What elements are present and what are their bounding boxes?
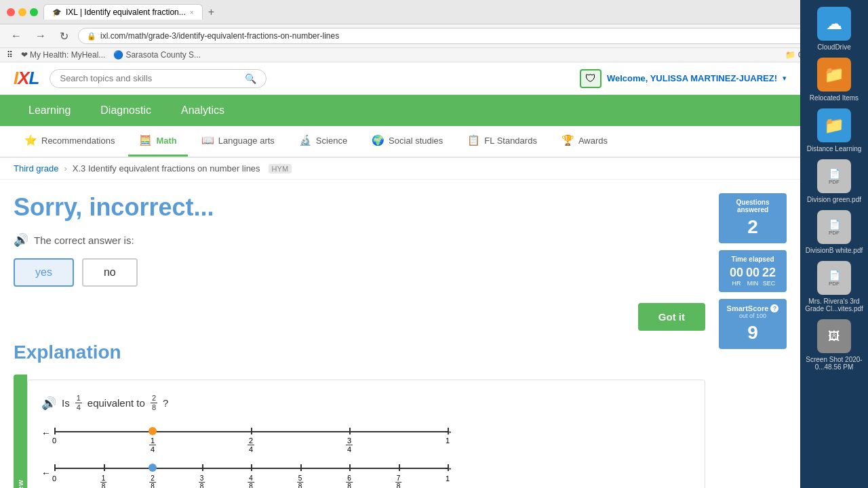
tab-social-studies[interactable]: 🌍 Social studies bbox=[361, 126, 454, 157]
awards-icon: 🏆 bbox=[561, 134, 574, 146]
tab-fl-standards[interactable]: 📋 FL Standards bbox=[456, 126, 548, 157]
explanation-box: 🔊 Is 1 4 equivalent to 2 8 ? bbox=[27, 380, 705, 488]
maximize-dot[interactable] bbox=[30, 8, 38, 16]
nl1-tick-0 bbox=[54, 428, 56, 434]
browser-bar: 🎓 IXL | Identify equivalent fraction... … bbox=[0, 0, 868, 24]
browser-tab[interactable]: 🎓 IXL | Identify equivalent fraction... … bbox=[43, 4, 203, 20]
tab-recommendations-label: Recommendations bbox=[41, 136, 115, 146]
time-seconds: 22 SEC bbox=[762, 266, 776, 287]
bookmarks-bar: ⠿ ❤ My Health: MyHeal... 🔵 Sarasota Coun… bbox=[0, 48, 868, 62]
smart-score-box: SmartScore ? out of 100 9 bbox=[719, 299, 787, 349]
desktop-icon-screenshot[interactable]: 🖼 Screen Shot 2020-0...48.56 PM bbox=[804, 319, 865, 371]
desktop-icon-relocated[interactable]: 📁 Relocated Items bbox=[804, 58, 865, 102]
content-area: Sorry, incorrect... 🔊 The correct answer… bbox=[0, 180, 800, 488]
nl2-tick-7 bbox=[399, 464, 400, 471]
division-green-icon: 📄PDF bbox=[817, 159, 851, 193]
number-line-1: → 0 bbox=[54, 423, 448, 443]
time-seconds-value: 22 bbox=[762, 266, 776, 280]
welcome-dropdown-icon[interactable]: ▾ bbox=[783, 74, 787, 83]
search-input[interactable] bbox=[60, 73, 239, 83]
speaker-icon[interactable]: 🔊 bbox=[14, 232, 28, 247]
nav-learning[interactable]: Learning bbox=[14, 95, 85, 126]
nl2-dot-2eighths bbox=[149, 464, 157, 472]
smart-score-help-icon[interactable]: ? bbox=[770, 304, 778, 312]
tab-language-arts[interactable]: 📖 Language arts bbox=[191, 126, 285, 157]
clouddrive-label: CloudDrive bbox=[817, 43, 850, 51]
url-bar[interactable]: 🔒 ixl.com/math/grade-3/identify-equivale… bbox=[78, 28, 818, 44]
back-button[interactable]: ← bbox=[7, 28, 26, 43]
desktop-icon-clouddrive[interactable]: ☁ CloudDrive bbox=[804, 7, 865, 51]
explanation-title: Explanation bbox=[14, 342, 705, 363]
nl1-label-3quarters: 3 4 bbox=[346, 436, 353, 453]
got-it-button[interactable]: Got it bbox=[638, 303, 705, 331]
apps-button[interactable]: ⠿ bbox=[7, 50, 13, 60]
fraction-2: 2 8 bbox=[151, 394, 157, 412]
smart-score-value: 9 bbox=[724, 322, 781, 344]
welcome-text[interactable]: Welcome, YULISSA MARTINEZ-JUAREZ! bbox=[607, 73, 777, 83]
fraction-1-denominator: 4 bbox=[75, 403, 82, 412]
ixl-logo[interactable]: IXL bbox=[14, 68, 39, 89]
explanation-question-suffix: equivalent to bbox=[87, 397, 145, 409]
breadcrumb-grade[interactable]: Third grade bbox=[14, 163, 58, 174]
bookmark-myhealth[interactable]: ❤ My Health: MyHeal... bbox=[21, 50, 105, 60]
answer-buttons: yes no bbox=[14, 258, 705, 287]
explanation-question-mark: ? bbox=[163, 397, 168, 409]
distance-learning-label: Distance Learning bbox=[807, 145, 862, 152]
desktop-icon-distance-learning[interactable]: 📁 Distance Learning bbox=[804, 108, 865, 152]
tab-close-button[interactable]: × bbox=[190, 9, 194, 16]
tab-awards[interactable]: 🏆 Awards bbox=[551, 126, 618, 157]
science-icon: 🔬 bbox=[299, 134, 312, 146]
close-dot[interactable] bbox=[7, 8, 15, 16]
bookmark-favicon-myhealth: ❤ bbox=[21, 50, 28, 60]
nl1-label-half: 2 4 bbox=[248, 436, 254, 453]
got-it-area: Got it bbox=[14, 303, 705, 331]
nl2-tick-6 bbox=[349, 464, 351, 471]
mrs-rivera-icon: 📄PDF bbox=[817, 261, 851, 295]
nl1-tick-3 bbox=[349, 428, 351, 434]
search-bar[interactable]: 🔍 bbox=[50, 69, 267, 88]
time-elapsed-label: Time elapsed bbox=[724, 256, 781, 263]
nl2-tick-3 bbox=[202, 464, 203, 471]
nav-diagnostic[interactable]: Diagnostic bbox=[85, 95, 166, 126]
browser-nav: ← → ↻ 🔒 ixl.com/math/grade-3/identify-eq… bbox=[0, 24, 868, 48]
review-label[interactable]: review bbox=[14, 374, 27, 488]
desktop-icon-mrs-rivera[interactable]: 📄PDF Mrs. Rivera's 3rd Grade Cl...vites.… bbox=[804, 261, 865, 312]
explanation-speaker-icon[interactable]: 🔊 bbox=[41, 396, 56, 411]
tab-math[interactable]: 🧮 Math bbox=[128, 126, 187, 157]
questions-answered-value: 2 bbox=[724, 216, 781, 238]
nl2-label-3eighths: 38 bbox=[199, 474, 205, 488]
new-tab-button[interactable]: + bbox=[208, 6, 214, 18]
time-minutes-value: 00 bbox=[746, 266, 760, 280]
subject-tabs: ⭐ Recommendations 🧮 Math 📖 Language arts… bbox=[0, 126, 800, 158]
nl1-label-quarter: 1 4 bbox=[149, 436, 156, 453]
division-white-icon: 📄PDF bbox=[817, 210, 851, 244]
time-row: 00 HR 00 MIN 22 SEC bbox=[724, 266, 781, 287]
explanation-question: 🔊 Is 1 4 equivalent to 2 8 ? bbox=[41, 394, 691, 412]
questions-answered-box: Questions answered 2 bbox=[719, 193, 787, 243]
number-line-2: → bbox=[54, 460, 448, 487]
fraction-1: 1 4 bbox=[75, 394, 82, 412]
lock-icon: 🔒 bbox=[87, 32, 96, 41]
bookmark-sarasota[interactable]: 🔵 Sarasota County S... bbox=[113, 50, 201, 60]
time-hours-label: HR bbox=[730, 280, 743, 287]
tab-science[interactable]: 🔬 Science bbox=[288, 126, 358, 157]
fraction-1-numerator: 1 bbox=[75, 394, 82, 403]
nl2-label-1: 1 bbox=[446, 474, 450, 483]
nl1-tick-4 bbox=[448, 428, 449, 434]
nl1-dot-quarter bbox=[149, 427, 157, 435]
nl2-label-4eighths: 48 bbox=[248, 474, 254, 488]
desktop-icon-division-white[interactable]: 📄PDF DivisionB white.pdf bbox=[804, 210, 865, 254]
tab-recommendations[interactable]: ⭐ Recommendations bbox=[14, 126, 125, 157]
nav-analytics[interactable]: Analytics bbox=[166, 95, 239, 126]
refresh-button[interactable]: ↻ bbox=[56, 28, 73, 44]
fraction-2-numerator: 2 bbox=[151, 394, 157, 403]
answer-no-button[interactable]: no bbox=[82, 258, 138, 287]
number-line-2-row: ← → bbox=[41, 460, 691, 487]
user-shield-icon: 🛡 bbox=[580, 69, 601, 88]
minimize-dot[interactable] bbox=[18, 8, 26, 16]
forward-button[interactable]: → bbox=[31, 28, 50, 43]
sidebar-stats: Questions answered 2 Time elapsed 00 HR … bbox=[719, 193, 787, 488]
desktop-icon-division-green[interactable]: 📄PDF Division green.pdf bbox=[804, 159, 865, 203]
explanation-section: Explanation review 🔊 Is 1 4 equivalent t… bbox=[14, 342, 705, 488]
answer-yes-button[interactable]: yes bbox=[14, 258, 74, 287]
